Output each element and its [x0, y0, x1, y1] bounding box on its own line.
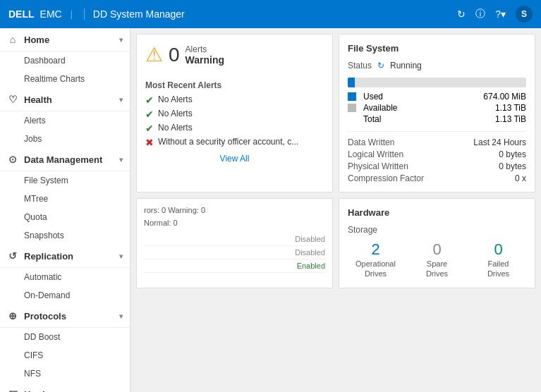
- fs-status-value: Running: [390, 61, 422, 71]
- alert-text-3: No Alerts: [158, 123, 193, 133]
- chevron-home: ▾: [119, 36, 123, 44]
- health-icon: ♡: [6, 94, 20, 105]
- sidebar-item-data-management[interactable]: ⊙ Data Management ▾: [0, 148, 130, 171]
- operational-label: OperationalDrives: [348, 259, 403, 279]
- alert-text-2: No Alerts: [158, 109, 193, 118]
- user-avatar[interactable]: S: [516, 6, 533, 23]
- app-body: ⌂ Home ▾ Dashboard Realtime Charts ♡ Hea…: [0, 28, 541, 392]
- used-label: Used: [363, 92, 479, 102]
- filesystem-card: File System Status ↻ Running Used 674.00…: [339, 34, 535, 192]
- data-written-label: Data Written: [348, 137, 471, 147]
- logo-separator: |: [71, 9, 73, 19]
- physical-written-label: Physical Written: [348, 161, 471, 171]
- filesystem-title: File System: [348, 43, 526, 54]
- sidebar-label-home: Home: [24, 35, 49, 45]
- logo-dell: DELL: [8, 8, 35, 20]
- fs-stats: Data Written Last 24 Hours Logical Writt…: [348, 137, 526, 183]
- normal-label: Normal: 0: [144, 219, 325, 227]
- alert-text-4: Without a security officer account, c...: [158, 137, 298, 147]
- sidebar-item-dd-boost[interactable]: DD Boost: [0, 328, 130, 346]
- sidebar-item-alerts[interactable]: Alerts: [0, 111, 130, 130]
- status-value-3: Enabled: [297, 262, 325, 270]
- sidebar-item-dashboard[interactable]: Dashboard: [0, 51, 130, 70]
- logical-written-label: Logical Written: [348, 149, 471, 159]
- sidebar-label-hardware: Hardware: [24, 389, 66, 393]
- status-value-1: Disabled: [295, 235, 325, 243]
- alert-item-1: ✔ No Alerts: [145, 94, 324, 106]
- avail-swatch: [348, 104, 356, 112]
- fs-legend-total: Total 1.13 TiB: [348, 114, 526, 124]
- sidebar-item-hardware[interactable]: ▣ Hardware ▾: [0, 383, 130, 392]
- fs-bar-container: Used 674.00 MiB Available 1.13 TiB Total…: [348, 78, 526, 124]
- chevron-replication: ▾: [119, 252, 123, 260]
- sidebar-item-jobs[interactable]: Jobs: [0, 130, 130, 148]
- compression-value: 0 x: [473, 173, 526, 183]
- alert-count: 0: [169, 44, 180, 66]
- total-label: Total: [363, 114, 491, 124]
- sidebar-item-health[interactable]: ♡ Health ▾: [0, 88, 130, 111]
- sidebar-item-quota[interactable]: Quota: [0, 208, 130, 226]
- fs-legend-used: Used 674.00 MiB: [348, 92, 526, 102]
- sidebar-item-mtree[interactable]: MTree: [0, 190, 130, 208]
- alert-warning-header: ⚠ 0 Alerts Warning: [145, 43, 324, 72]
- storage-label: Storage: [348, 225, 526, 235]
- hardware-card: Hardware Storage 2 OperationalDrives 0 S…: [339, 198, 535, 288]
- chevron-protocols: ▾: [119, 312, 123, 320]
- errors-label: rors: 0 Warning: 0: [144, 206, 325, 214]
- refresh-icon[interactable]: ↻: [457, 8, 466, 20]
- sidebar-item-cifs[interactable]: CIFS: [0, 346, 130, 365]
- error-icon-4: ✖: [145, 137, 154, 148]
- sidebar-item-nfs[interactable]: NFS: [0, 365, 130, 383]
- used-value: 674.00 MiB: [483, 92, 526, 102]
- replication-icon: ↺: [6, 250, 20, 262]
- help-icon[interactable]: ?▾: [495, 8, 506, 20]
- status-row-2: Disabled: [144, 246, 325, 259]
- drives-grid: 2 OperationalDrives 0 SpareDrives 0 Fail…: [348, 240, 526, 279]
- fs-status-label: Status: [348, 61, 372, 71]
- sidebar-label-data-management: Data Management: [24, 154, 102, 165]
- fs-bar-bg: [348, 78, 526, 87]
- sidebar-item-realtime-charts[interactable]: Realtime Charts: [0, 70, 130, 88]
- sidebar-item-on-demand[interactable]: On-Demand: [0, 286, 130, 305]
- sidebar-item-file-system[interactable]: File System: [0, 171, 130, 190]
- info-icon[interactable]: ⓘ: [475, 8, 485, 20]
- bottom-left-card: rors: 0 Warning: 0 Normal: 0 Disabled Di…: [136, 198, 333, 288]
- alert-text-1: No Alerts: [158, 94, 193, 104]
- view-all-link[interactable]: View All: [145, 154, 324, 164]
- data-mgmt-icon: ⊙: [6, 154, 20, 165]
- used-swatch: [348, 92, 356, 101]
- hardware-title: Hardware: [348, 207, 526, 218]
- alert-item-3: ✔ No Alerts: [145, 123, 324, 134]
- alert-item-4: ✖ Without a security officer account, c.…: [145, 137, 324, 148]
- check-icon-3: ✔: [145, 123, 154, 134]
- sidebar-item-home[interactable]: ⌂ Home ▾: [0, 28, 130, 51]
- operational-drives: 2 OperationalDrives: [348, 240, 403, 279]
- total-value: 1.13 TiB: [495, 114, 526, 124]
- alerts-label: Alerts: [186, 44, 224, 54]
- spare-drives: 0 SpareDrives: [409, 240, 465, 279]
- fs-running-icon: ↻: [377, 61, 384, 71]
- warning-label: Warning: [186, 54, 224, 66]
- status-row-1: Disabled: [144, 233, 325, 246]
- fs-status-row: Status ↻ Running: [348, 61, 526, 71]
- logo-emc: EMC: [40, 8, 62, 20]
- sidebar-item-replication[interactable]: ↺ Replication ▾: [0, 245, 130, 268]
- app-title: DD System Manager: [93, 8, 457, 20]
- failed-label: FailedDrives: [470, 259, 526, 279]
- fs-divider: [348, 131, 526, 132]
- sidebar-label-replication: Replication: [24, 251, 73, 262]
- spare-count: 0: [409, 240, 465, 259]
- avail-value: 1.13 TiB: [495, 103, 526, 113]
- home-icon: ⌂: [6, 34, 20, 45]
- status-row-3: Enabled: [144, 259, 325, 273]
- check-icon-1: ✔: [145, 94, 154, 106]
- sidebar-item-protocols[interactable]: ⊕ Protocols ▾: [0, 305, 130, 328]
- spare-label: SpareDrives: [409, 259, 465, 279]
- sidebar-item-automatic[interactable]: Automatic: [0, 268, 130, 286]
- alert-label-block: Alerts Warning: [186, 44, 224, 66]
- hardware-icon: ▣: [6, 388, 20, 392]
- alerts-card: ⚠ 0 Alerts Warning Most Recent Alerts ✔ …: [136, 34, 333, 192]
- sidebar-item-snapshots[interactable]: Snapshots: [0, 226, 130, 245]
- sidebar-label-protocols: Protocols: [24, 311, 66, 321]
- fs-bar-used: [348, 78, 355, 87]
